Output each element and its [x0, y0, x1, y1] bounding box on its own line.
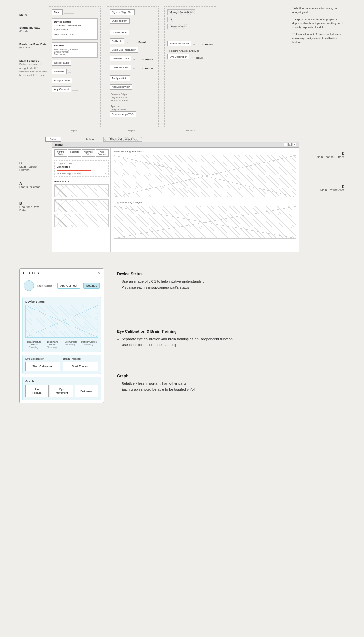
- flow-label-menu: Menu: [20, 13, 49, 16]
- lucy-titlebar: L U C Y — □ ✕: [20, 269, 104, 277]
- cal-note-title: Eye Calibration & Brain Training: [117, 329, 344, 334]
- lucy-avatar: [24, 280, 34, 291]
- depth-0-column: Menu ———— Device Status Connected / Disc…: [49, 6, 101, 127]
- wf-nav-analysis[interactable]: Analysis Suite: [82, 150, 95, 157]
- depth-2-column: Manage Zoom/Data Lift Level Control Brai…: [164, 6, 216, 127]
- brain-training-title: Brain Training: [63, 358, 98, 360]
- lucy-window-controls: — □ ✕: [86, 271, 100, 275]
- wf-label-d2: D Main Feature Area: [306, 185, 344, 192]
- flow-label-rawdata: Real-time Raw Data (Foldable): [20, 43, 49, 49]
- sensor-head-posture: Head Posture Sensor Streaming...: [25, 340, 43, 349]
- lucy-app-title: L U C Y: [23, 271, 40, 275]
- wf-right-labels: D Main Feature Buttons D Main Feature Ar…: [306, 142, 344, 205]
- wf-status-block: LoggedIn (User1) Connected data tracking…: [54, 160, 109, 177]
- start-training-button[interactable]: Start Training: [63, 362, 98, 371]
- wf-window-controls: — □ ✕: [284, 143, 296, 146]
- wf-main-graph-1: [114, 155, 296, 197]
- flow-label-status: Status Indicator (Fixed): [20, 26, 49, 33]
- legend-row: Button Action Displayed Information: [0, 137, 364, 142]
- tracking-row: Data Tracking On/Off *: [54, 33, 96, 36]
- graph-section: Graph HeadPosture EyeMovement Brainwave: [22, 377, 101, 400]
- wf-nav-app[interactable]: App Connect: [96, 150, 109, 157]
- lucy-username-label: username: [37, 284, 54, 288]
- flow-diagram-section: Menu Status Indicator (Fixed) Real-time …: [0, 0, 364, 134]
- calibration-notes: Eye Calibration & Brain Training – Separ…: [117, 329, 344, 348]
- wf-body: Control Suite Calibrate Analysis Suite A…: [52, 148, 299, 252]
- graph-brainwave-btn[interactable]: Brainwave: [75, 385, 98, 397]
- flow-columns: Menu ———— Device Status Connected / Disc…: [49, 6, 288, 127]
- menu-item: Menu ————: [52, 9, 98, 17]
- sensor-brainwave: Brainwave Sensor Streaming...: [44, 340, 62, 349]
- device-status-note-title: Device Status: [117, 272, 344, 276]
- wf-main-graph-2: [114, 206, 296, 239]
- wf-nav: Control Suite Calibrate Analysis Suite A…: [52, 148, 110, 159]
- eye-calibration-group: Eye Calibration Start Calibration: [25, 358, 60, 371]
- lucy-maximize[interactable]: □: [93, 271, 95, 275]
- flow-notes: * A button that can start/stop saving an…: [292, 6, 344, 127]
- graph-notes: Graph – Relatively less important than o…: [117, 374, 344, 392]
- lucy-minimize[interactable]: —: [86, 271, 90, 275]
- legend-displayed: Displayed Information: [103, 137, 142, 142]
- app-connect-button[interactable]: App Connect: [57, 283, 80, 289]
- wf-nav-calibrate[interactable]: Calibrate: [68, 150, 81, 157]
- wf-label-c: C Main Feature Buttons: [20, 161, 46, 172]
- start-calibration-button[interactable]: Start Calibration: [25, 362, 60, 371]
- legend-action: Action: [71, 138, 94, 141]
- graph-head-posture-btn[interactable]: HeadPosture: [25, 385, 49, 397]
- menu-box: Menu: [52, 9, 63, 15]
- wf-sidebar: Control Suite Calibrate Analysis Suite A…: [52, 148, 111, 252]
- wf-main-area: Posture / Fatigue Analysis Cognitive Abi…: [111, 148, 299, 252]
- wf-label-a: A Status Indicator: [20, 181, 46, 188]
- wf-nav-control[interactable]: Control Suite: [54, 150, 67, 157]
- settings-button[interactable]: Settings: [83, 283, 100, 289]
- lucy-close[interactable]: ✕: [98, 271, 100, 275]
- device-status-notes: Device Status – Use an image of LX-1 to …: [117, 272, 344, 290]
- graph-eye-movement-btn[interactable]: EyeMovement: [50, 385, 73, 397]
- wf-label-d1: D Main Feature Buttons: [306, 151, 344, 159]
- wireframe-section: C Main Feature Buttons A Status Indicato…: [0, 142, 364, 262]
- lucy-app-window: L U C Y — □ ✕ username App Connect Setti…: [20, 268, 104, 403]
- graph-note-title: Graph: [117, 374, 344, 378]
- wf-label-b: B Real-time Raw Data: [20, 202, 46, 212]
- connected-row: Connected / Disconnected: [54, 24, 96, 27]
- calibration-section: Eye Calibration Start Calibration Brain …: [22, 355, 101, 374]
- sensor-eye-camera: Eye Camera Streaming...: [62, 340, 80, 349]
- wf-raw-data: Raw Data ∧: [52, 178, 110, 231]
- flow-label-features: Main Features Buttons are used to naviga…: [20, 59, 49, 77]
- device-image: [25, 305, 98, 338]
- wf-graph-2: [54, 199, 109, 212]
- graph-buttons: HeadPosture EyeMovement Brainwave: [25, 385, 98, 397]
- wf-progress-bar: [57, 170, 91, 171]
- wf-graph-1: [54, 184, 109, 197]
- device-status-grid: Head Posture Sensor Streaming... Brainwa…: [25, 340, 98, 349]
- sensor-monitor-camera: Monitor Camera Streaming...: [81, 340, 98, 349]
- graph-title: Graph: [25, 380, 98, 383]
- final-design-section: L U C Y — □ ✕ username App Connect Setti…: [0, 262, 364, 416]
- wf-graph-3: [54, 214, 109, 227]
- device-status-title: Device Status: [25, 300, 98, 303]
- flow-left-labels: Menu Status Indicator (Fixed) Real-time …: [20, 13, 49, 127]
- wf-titlebar: menu — □ ✕: [52, 142, 299, 148]
- legend-button: Button: [46, 137, 61, 142]
- wf-maximize[interactable]: □: [288, 143, 292, 146]
- lucy-header: username App Connect Settings: [20, 277, 104, 294]
- wf-close[interactable]: ✕: [293, 143, 296, 146]
- wf-left-labels: C Main Feature Buttons A Status Indicato…: [20, 142, 46, 222]
- eye-cal-title: Eye Calibration: [25, 358, 60, 360]
- device-status-section: Device Status Head Posture Sensor Stream…: [22, 297, 101, 352]
- brain-training-group: Brain Training Start Training: [63, 358, 98, 371]
- wf-minimize[interactable]: —: [284, 143, 287, 146]
- wireframe-window: menu — □ ✕ Control Suite Calibrate Analy…: [52, 142, 299, 252]
- depth-1-column: Sign In / Sign Out Quit Program Control …: [107, 6, 159, 127]
- notes-column: Device Status – Use an image of LX-1 to …: [117, 268, 344, 402]
